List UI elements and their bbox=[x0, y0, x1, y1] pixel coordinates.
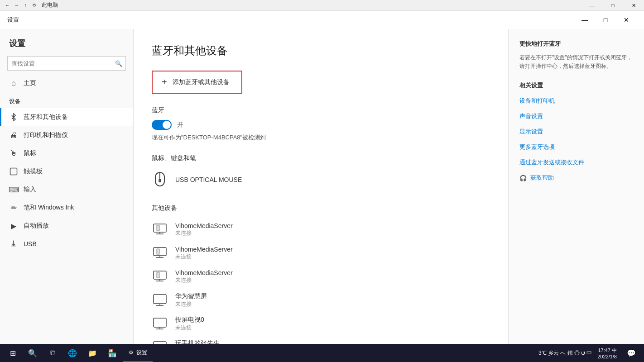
other-device-info-2: VihomeMediaServer 未连接 bbox=[175, 269, 233, 284]
settings-window-title: 设置 bbox=[7, 16, 19, 24]
other-device-name-2: VihomeMediaServer bbox=[175, 269, 233, 276]
pen-label: 笔和 Windows Ink bbox=[24, 204, 74, 212]
input-label: 输入 bbox=[24, 186, 36, 194]
settings-taskbar-label: 设置 bbox=[136, 349, 147, 357]
media-server-icon-1 bbox=[152, 245, 168, 261]
taskbar-time-value: 17:47 中 bbox=[597, 347, 617, 354]
mouse-device-icon bbox=[152, 171, 168, 188]
explorer-controls: — □ ✕ bbox=[582, 0, 644, 11]
sidebar-item-autoplay[interactable]: ▶ 自动播放 bbox=[0, 217, 133, 235]
tv-cast-icon bbox=[152, 315, 168, 332]
bluetooth-status: 现在可作为"DESKTOP-M4BCPA8"被检测到 bbox=[152, 133, 490, 142]
mouse-section-header: 鼠标、键盘和笔 bbox=[152, 154, 490, 162]
input-icon: ⌨ bbox=[9, 185, 18, 194]
right-panel: 更快地打开蓝牙 若要在不打开"设置"的情况下打开或关闭蓝牙，请打开操作中心，然后… bbox=[508, 29, 644, 362]
settings-titlebar: 设置 — □ ✕ bbox=[0, 11, 644, 29]
other-device-status-3: 未连接 bbox=[175, 300, 207, 308]
search-input[interactable] bbox=[7, 56, 126, 71]
other-device-2: VihomeMediaServer 未连接 bbox=[152, 265, 490, 288]
bluetooth-icon bbox=[9, 113, 18, 122]
taskbar-datetime: 17:47 中 2022/1/8 bbox=[594, 347, 620, 359]
other-devices-section: 其他设备 VihomeMediaServer 未连接 bbox=[152, 204, 490, 359]
content-area: 设置 🔍 ⌂ 主页 设备 蓝牙和其他设备 bbox=[0, 29, 644, 362]
link-display[interactable]: 显示设置 bbox=[519, 128, 633, 136]
help-label: 获取帮助 bbox=[530, 174, 554, 182]
refresh-icon[interactable]: ⟳ bbox=[31, 2, 38, 9]
win-controls: — □ ✕ bbox=[574, 13, 637, 27]
sidebar-item-usb[interactable]: USB bbox=[0, 235, 133, 253]
bluetooth-section-header: 蓝牙 bbox=[152, 106, 490, 114]
touchpad-icon bbox=[9, 167, 18, 176]
other-device-info-0: VihomeMediaServer 未连接 bbox=[175, 222, 233, 237]
explorer-maximize[interactable]: □ bbox=[602, 0, 623, 11]
mouse-device-info: USB OPTICAL MOUSE bbox=[175, 176, 242, 183]
svg-rect-5 bbox=[157, 225, 159, 231]
sidebar-home-label: 主页 bbox=[24, 79, 36, 87]
settings-taskbar-app[interactable]: ⚙ 设置 bbox=[123, 344, 153, 362]
search-icon: 🔍 bbox=[115, 60, 122, 67]
mouse-section: 鼠标、键盘和笔 USB OPTICAL MOUSE bbox=[152, 154, 490, 191]
explorer-path: 此电脑 bbox=[42, 1, 58, 9]
bluetooth-toggle[interactable] bbox=[152, 120, 172, 130]
explorer-titlebar: ← → ↑ ⟳ 此电脑 — □ ✕ bbox=[0, 0, 644, 11]
usb-icon bbox=[9, 239, 18, 248]
mouse-device-name: USB OPTICAL MOUSE bbox=[175, 176, 242, 183]
win-title-left: 设置 bbox=[7, 16, 19, 24]
notification-button[interactable]: 💬 bbox=[622, 344, 640, 362]
other-device-status-0: 未连接 bbox=[175, 229, 233, 237]
pen-icon: ✏ bbox=[9, 203, 18, 212]
explorer-taskbar-button[interactable]: 📁 bbox=[83, 344, 101, 362]
related-section-divider: 相关设置 bbox=[519, 81, 633, 90]
svg-rect-13 bbox=[157, 272, 159, 278]
up-icon[interactable]: ↑ bbox=[22, 2, 29, 9]
link-bluetooth-transfer[interactable]: 通过蓝牙发送或接收文件 bbox=[519, 158, 633, 167]
start-button[interactable]: ⊞ bbox=[4, 344, 22, 362]
main-panel: 蓝牙和其他设备 + 添加蓝牙或其他设备 蓝牙 开 现在可作为"DESKTOP-M… bbox=[134, 29, 508, 362]
win-minimize-btn[interactable]: — bbox=[574, 13, 595, 27]
edge-button[interactable]: 🌐 bbox=[63, 344, 82, 362]
svg-rect-12 bbox=[154, 271, 166, 279]
win-maximize-btn[interactable]: □ bbox=[595, 13, 616, 27]
settings-window: 设置 — □ ✕ 设置 🔍 ⌂ 主页 设备 bbox=[0, 11, 644, 362]
store-button[interactable]: 🏪 bbox=[103, 344, 121, 362]
other-device-name-3: 华为智慧屏 bbox=[175, 292, 207, 300]
other-device-status-4: 未连接 bbox=[175, 324, 204, 332]
sidebar-section-devices: 设备 bbox=[0, 92, 133, 108]
sidebar-item-mouse[interactable]: 🖱 鼠标 bbox=[0, 144, 133, 162]
back-icon[interactable]: ← bbox=[4, 2, 11, 9]
other-device-name-0: VihomeMediaServer bbox=[175, 222, 233, 229]
sidebar-search-container: 🔍 bbox=[7, 56, 126, 71]
quick-open-desc: 若要在不打开"设置"的情况下打开或关闭蓝牙，请打开操作中心，然后选择蓝牙图标。 bbox=[519, 53, 633, 71]
sidebar-item-pen[interactable]: ✏ 笔和 Windows Ink bbox=[0, 199, 133, 217]
printer-label: 打印机和扫描仪 bbox=[24, 131, 68, 139]
explorer-minimize[interactable]: — bbox=[582, 0, 602, 11]
forward-icon[interactable]: → bbox=[13, 2, 20, 9]
get-help-item[interactable]: 🎧 获取帮助 bbox=[519, 174, 633, 182]
sidebar-item-bluetooth[interactable]: 蓝牙和其他设备 bbox=[0, 108, 133, 126]
sidebar-item-input[interactable]: ⌨ 输入 bbox=[0, 181, 133, 199]
autoplay-label: 自动播放 bbox=[24, 222, 49, 230]
explorer-close[interactable]: ✕ bbox=[623, 0, 644, 11]
bluetooth-label: 蓝牙和其他设备 bbox=[24, 113, 68, 121]
other-device-status-2: 未连接 bbox=[175, 276, 233, 284]
taskbar-tray: 3℃ 乡云 へ 鑑 ◎ ψ 中 bbox=[538, 349, 592, 357]
help-icon: 🎧 bbox=[519, 175, 527, 181]
other-device-name-1: VihomeMediaServer bbox=[175, 246, 233, 253]
win-close-btn[interactable]: ✕ bbox=[616, 13, 637, 27]
bluetooth-section: 蓝牙 开 现在可作为"DESKTOP-M4BCPA8"被检测到 bbox=[152, 106, 490, 142]
sidebar-item-touchpad[interactable]: 触摸板 bbox=[0, 162, 133, 181]
media-server-icon-2 bbox=[152, 268, 168, 285]
taskbar-left: ⊞ 🔍 ⧉ 🌐 📁 🏪 ⚙ 设置 bbox=[4, 344, 153, 362]
sidebar-item-printer[interactable]: 🖨 打印机和扫描仪 bbox=[0, 126, 133, 144]
search-button[interactable]: 🔍 bbox=[24, 344, 42, 362]
other-device-info-3: 华为智慧屏 未连接 bbox=[175, 292, 207, 308]
link-device-printer[interactable]: 设备和打印机 bbox=[519, 97, 633, 105]
add-device-label: 添加蓝牙或其他设备 bbox=[173, 78, 230, 86]
sidebar-item-home[interactable]: ⌂ 主页 bbox=[0, 74, 133, 92]
mouse-icon: 🖱 bbox=[9, 149, 18, 158]
task-view-button[interactable]: ⧉ bbox=[43, 344, 62, 362]
link-more-bluetooth[interactable]: 更多蓝牙选项 bbox=[519, 143, 633, 151]
link-sound[interactable]: 声音设置 bbox=[519, 112, 633, 120]
add-device-button[interactable]: + 添加蓝牙或其他设备 bbox=[152, 71, 242, 94]
taskbar-right: 3℃ 乡云 へ 鑑 ◎ ψ 中 17:47 中 2022/1/8 💬 bbox=[538, 344, 640, 362]
